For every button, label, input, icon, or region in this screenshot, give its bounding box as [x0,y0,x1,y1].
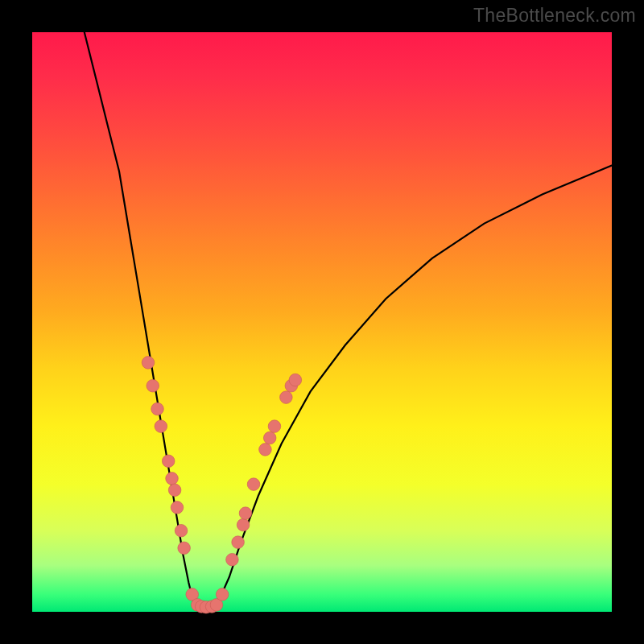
highlight-point [237,518,250,531]
plot-area [32,32,612,612]
watermark-text: TheBottleneck.com [473,5,636,27]
highlight-point [171,502,184,514]
highlight-point [263,431,276,444]
highlight-point [175,524,188,537]
highlight-point [147,379,159,392]
marker-group [142,357,301,613]
highlight-point [142,357,155,369]
highlight-point [162,455,175,468]
highlight-point [216,588,229,601]
highlight-point [232,536,245,549]
highlight-point [226,553,239,566]
highlight-point [151,402,164,415]
highlight-point [166,473,179,485]
highlight-point [155,420,167,433]
highlight-point [239,507,252,520]
chart-frame: TheBottleneck.com [0,0,644,644]
highlight-point [280,391,293,404]
highlight-point [268,420,281,433]
bottleneck-curve [85,32,612,609]
series-group [85,32,612,609]
curve-layer [32,32,612,612]
highlight-point [168,484,181,497]
highlight-point [259,444,272,456]
highlight-point [178,542,191,555]
highlight-point [247,478,260,491]
highlight-point [289,374,302,386]
